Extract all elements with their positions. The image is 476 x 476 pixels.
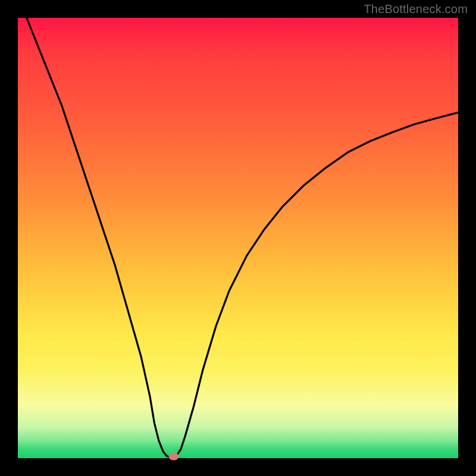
plot-area [18, 18, 458, 458]
curve-left-branch [27, 18, 167, 456]
curve-right-branch [176, 112, 458, 456]
bottleneck-curve [18, 18, 458, 458]
outer-frame: TheBottleneck.com [0, 0, 476, 476]
optimal-point-marker [168, 453, 178, 461]
attribution-label: TheBottleneck.com [364, 2, 468, 16]
